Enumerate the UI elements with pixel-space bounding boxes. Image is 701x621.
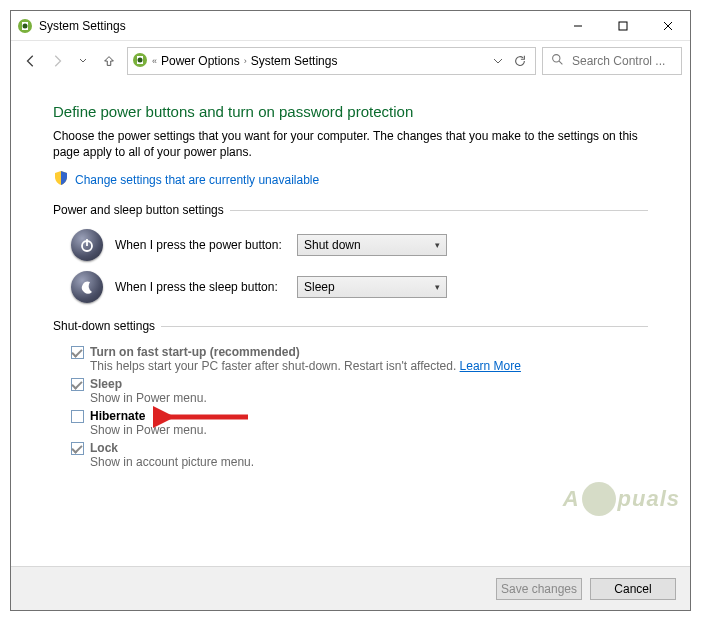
sleep-row: Sleep Show in Power menu. bbox=[71, 377, 648, 405]
power-icon bbox=[71, 229, 103, 261]
sleep-icon bbox=[71, 271, 103, 303]
chevron-right-icon: › bbox=[244, 56, 247, 66]
sleep-button-dropdown[interactable]: Sleep ▾ bbox=[297, 276, 447, 298]
shield-icon bbox=[53, 170, 69, 189]
crumb-power-options[interactable]: Power Options bbox=[161, 54, 240, 68]
lock-checkbox bbox=[71, 442, 84, 455]
lock-sub: Show in account picture menu. bbox=[90, 455, 648, 469]
window-title: System Settings bbox=[39, 19, 555, 33]
crumb-system-settings[interactable]: System Settings bbox=[251, 54, 338, 68]
close-button[interactable] bbox=[645, 11, 690, 40]
cancel-button[interactable]: Cancel bbox=[590, 578, 676, 600]
watermark: AAppualspuals bbox=[563, 482, 680, 516]
power-section-title: Power and sleep button settings bbox=[53, 203, 648, 217]
svg-point-1 bbox=[23, 23, 28, 28]
page-subtext: Choose the power settings that you want … bbox=[53, 128, 648, 160]
admin-link-row: Change settings that are currently unava… bbox=[53, 170, 648, 189]
svg-line-9 bbox=[559, 61, 562, 64]
content: Define power buttons and turn on passwor… bbox=[11, 81, 690, 566]
fast-startup-sub: This helps start your PC faster after sh… bbox=[90, 359, 456, 373]
learn-more-link[interactable]: Learn More bbox=[460, 359, 521, 373]
sleep-button-row: When I press the sleep button: Sleep ▾ bbox=[71, 271, 648, 303]
footer: Save changes Cancel bbox=[11, 566, 690, 610]
sleep-button-value: Sleep bbox=[304, 280, 435, 294]
power-button-row: When I press the power button: Shut down… bbox=[71, 229, 648, 261]
history-dropdown-button[interactable] bbox=[71, 49, 95, 73]
save-button: Save changes bbox=[496, 578, 582, 600]
svg-point-7 bbox=[138, 57, 143, 62]
back-button[interactable] bbox=[19, 49, 43, 73]
power-button-dropdown[interactable]: Shut down ▾ bbox=[297, 234, 447, 256]
sleep-checkbox bbox=[71, 378, 84, 391]
minimize-button[interactable] bbox=[555, 11, 600, 40]
search-input[interactable] bbox=[570, 53, 673, 69]
fast-startup-label: Turn on fast start-up (recommended) bbox=[90, 345, 300, 359]
maximize-button[interactable] bbox=[600, 11, 645, 40]
window: System Settings bbox=[10, 10, 691, 611]
chevron-down-icon: ▾ bbox=[435, 240, 440, 250]
navbar: « Power Options › System Settings bbox=[11, 41, 690, 81]
sleep-button-label: When I press the sleep button: bbox=[115, 280, 285, 294]
chevron-down-icon: ▾ bbox=[435, 282, 440, 292]
page-heading: Define power buttons and turn on passwor… bbox=[53, 103, 648, 120]
window-controls bbox=[555, 11, 690, 40]
svg-point-8 bbox=[553, 55, 560, 62]
lock-label: Lock bbox=[90, 441, 118, 455]
hibernate-checkbox[interactable] bbox=[71, 410, 84, 423]
sleep-sub: Show in Power menu. bbox=[90, 391, 648, 405]
search-icon bbox=[551, 53, 564, 69]
search-box[interactable] bbox=[542, 47, 682, 75]
power-button-label: When I press the power button: bbox=[115, 238, 285, 252]
forward-button[interactable] bbox=[45, 49, 69, 73]
up-button[interactable] bbox=[97, 49, 121, 73]
fast-startup-row: Turn on fast start-up (recommended) This… bbox=[71, 345, 648, 373]
address-dropdown-button[interactable] bbox=[487, 48, 509, 74]
admin-link[interactable]: Change settings that are currently unava… bbox=[75, 173, 319, 187]
svg-rect-3 bbox=[619, 22, 627, 30]
sleep-label: Sleep bbox=[90, 377, 122, 391]
crumb-prefix: « bbox=[152, 56, 157, 66]
hibernate-sub: Show in Power menu. bbox=[90, 423, 648, 437]
refresh-button[interactable] bbox=[509, 48, 531, 74]
app-icon bbox=[17, 18, 33, 34]
lock-row: Lock Show in account picture menu. bbox=[71, 441, 648, 469]
hibernate-label: Hibernate bbox=[90, 409, 145, 423]
address-icon bbox=[132, 52, 148, 71]
shutdown-section-title: Shut-down settings bbox=[53, 319, 648, 333]
power-button-value: Shut down bbox=[304, 238, 435, 252]
address-bar[interactable]: « Power Options › System Settings bbox=[127, 47, 536, 75]
fast-startup-checkbox bbox=[71, 346, 84, 359]
titlebar: System Settings bbox=[11, 11, 690, 41]
hibernate-row: Hibernate Show in Power menu. bbox=[71, 409, 648, 437]
